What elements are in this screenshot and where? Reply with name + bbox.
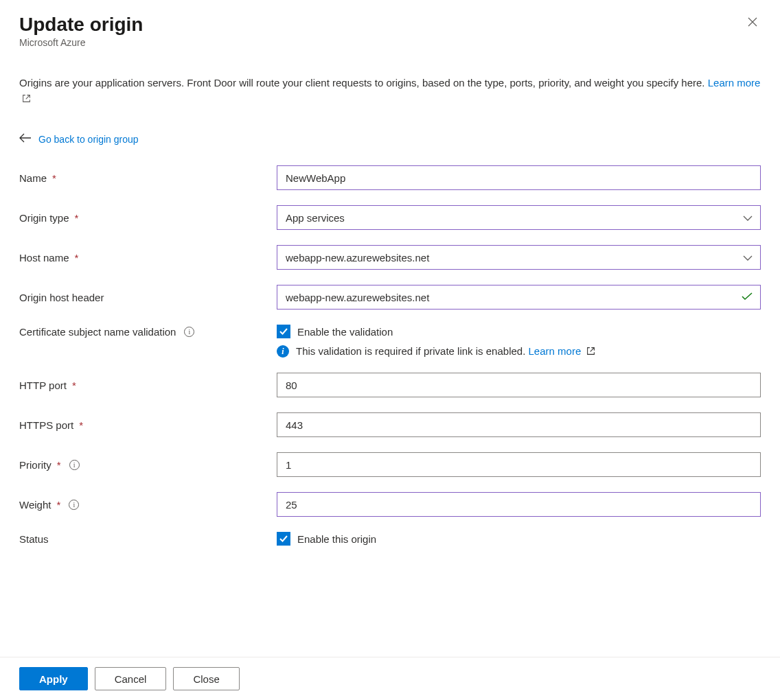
learn-more-validation-link[interactable]: Learn more [529,345,596,357]
required-indicator: * [75,212,79,224]
name-label: Name [19,172,47,184]
origin-host-header-input[interactable] [277,285,761,310]
http-port-input[interactable] [277,373,761,397]
validation-note-text: This validation is required if private l… [296,345,525,357]
status-label: Status [19,533,49,545]
cert-validation-label: Certificate subject name validation [19,326,176,338]
required-indicator: * [79,419,83,431]
back-to-origin-group-link[interactable]: Go back to origin group [38,134,139,145]
info-icon[interactable]: i [69,460,80,470]
info-icon[interactable]: i [69,500,79,510]
required-indicator: * [52,172,56,184]
origin-host-header-label: Origin host header [19,292,104,303]
host-name-label: Host name [19,252,69,264]
close-icon[interactable] [744,14,761,34]
enable-validation-label: Enable the validation [297,326,393,338]
origin-type-label: Origin type [19,212,69,224]
description-content: Origins are your application servers. Fr… [19,77,705,89]
enable-origin-checkbox[interactable] [277,532,290,546]
origin-form: Name* Origin type* Host name* Orig [19,165,761,546]
footer-actions: Apply Cancel Close [0,657,780,700]
weight-label: Weight [19,499,51,511]
close-button[interactable]: Close [173,667,239,690]
enable-origin-label: Enable this origin [297,533,376,545]
description-text: Origins are your application servers. Fr… [19,75,761,107]
external-link-icon [22,92,31,108]
required-indicator: * [57,459,61,471]
http-port-label: HTTP port [19,380,67,391]
back-arrow-icon[interactable] [19,132,32,146]
https-port-label: HTTPS port [19,419,73,431]
weight-input[interactable] [277,492,761,517]
apply-button[interactable]: Apply [19,667,88,690]
required-indicator: * [72,380,76,391]
validation-info-note: i This validation is required if private… [277,345,761,358]
name-input[interactable] [277,165,761,190]
enable-validation-checkbox[interactable] [277,325,290,338]
checkmark-icon [742,292,753,303]
info-badge-icon: i [277,345,289,358]
required-indicator: * [75,252,79,264]
host-name-select[interactable] [277,245,761,270]
page-subtitle: Microsoft Azure [19,37,143,48]
external-link-icon [586,346,595,358]
priority-input[interactable] [277,452,761,477]
origin-type-select[interactable] [277,205,761,230]
priority-label: Priority [19,459,51,471]
cancel-button[interactable]: Cancel [95,667,167,690]
page-title: Update origin [19,14,143,36]
https-port-input[interactable] [277,412,761,437]
required-indicator: * [56,499,60,511]
info-icon[interactable]: i [184,327,194,337]
